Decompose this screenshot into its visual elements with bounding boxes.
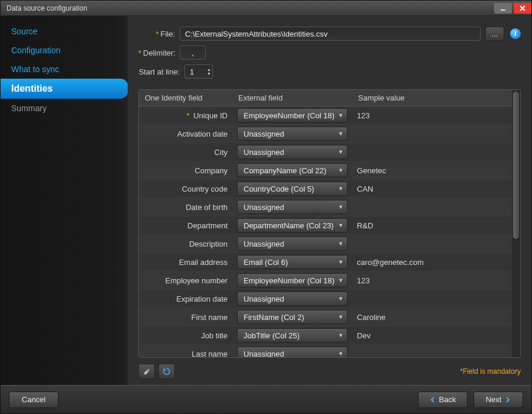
- svg-rect-0: [501, 9, 505, 11]
- identity-field-label: Date of birth: [139, 198, 232, 216]
- chevron-down-icon: ▼: [338, 186, 343, 192]
- file-row: *File: ... i: [138, 27, 521, 41]
- table-row: Job titleJobTitle (Col 25)▼Dev: [139, 326, 512, 345]
- start-at-line-spinner[interactable]: 1 ▲▼: [184, 64, 213, 79]
- table-row: Email addressEmail (Col 6)▼caro@genetec.…: [139, 253, 512, 271]
- chevron-down-icon: ▼: [338, 204, 343, 210]
- table-row: First nameFirstName (Col 2)▼Caroline: [139, 308, 512, 326]
- delimiter-input[interactable]: [180, 46, 206, 60]
- dialog-window: Data source configuration Source Configu…: [0, 0, 532, 414]
- table-row: Expiration dateUnassigned▼: [139, 290, 512, 308]
- start-at-line-label: Start at line:: [138, 67, 184, 76]
- sample-value: caro@genetec.com: [352, 253, 512, 271]
- refresh-icon: [162, 367, 171, 376]
- sidebar-item-source[interactable]: Source: [1, 22, 128, 41]
- identity-field-label: Company: [139, 161, 232, 180]
- info-icon[interactable]: i: [510, 28, 521, 39]
- dialog-footer: Cancel Back Next: [1, 385, 531, 413]
- close-icon: [519, 5, 526, 12]
- external-field-select[interactable]: JobTitle (Col 25)▼: [237, 328, 348, 342]
- refresh-button[interactable]: [158, 364, 175, 379]
- table-row: Employee numberEmployeeNumber (Col 18)▼1…: [139, 271, 512, 290]
- delimiter-row: *Delimiter:: [138, 46, 521, 60]
- sample-value: Genetec: [352, 161, 512, 180]
- identity-field-label: Expiration date: [139, 290, 232, 308]
- table-row: * Unique IDEmployeeNumber (Col 18)▼123: [139, 106, 512, 125]
- chevron-down-icon: ▼: [338, 314, 343, 320]
- chevron-down-icon: ▼: [207, 72, 211, 76]
- table-row: DescriptionUnassigned▼: [139, 235, 512, 253]
- external-field-select[interactable]: DepartmentName (Col 23)▼: [237, 218, 348, 232]
- table-row: Last nameUnassigned▼: [139, 345, 512, 358]
- chevron-down-icon: ▼: [338, 277, 343, 283]
- sample-value: CAN: [352, 180, 512, 198]
- external-field-select[interactable]: Unassigned▼: [237, 292, 348, 306]
- cancel-button[interactable]: Cancel: [9, 392, 59, 408]
- identity-field-label: City: [139, 143, 232, 161]
- clear-mapping-button[interactable]: [138, 364, 155, 379]
- main-panel: *File: ... i *Delimiter: Start at line: …: [128, 16, 531, 385]
- identity-field-label: Country code: [139, 180, 232, 198]
- external-field-select[interactable]: Unassigned▼: [237, 200, 348, 214]
- col-sample-value[interactable]: Sample value: [352, 90, 512, 106]
- sample-value: [352, 125, 512, 143]
- external-field-select[interactable]: EmployeeNumber (Col 18)▼: [237, 273, 348, 287]
- sidebar-item-summary[interactable]: Summary: [1, 99, 128, 118]
- sample-value: [352, 235, 512, 253]
- chevron-down-icon: ▼: [338, 332, 343, 338]
- table-row: Date of birthUnassigned▼: [139, 198, 512, 216]
- close-button[interactable]: [514, 3, 531, 14]
- file-input[interactable]: [180, 27, 481, 41]
- external-field-select[interactable]: Unassigned▼: [237, 127, 348, 141]
- vertical-scrollbar[interactable]: [512, 90, 520, 357]
- table-row: Activation dateUnassigned▼: [139, 125, 512, 143]
- external-field-select[interactable]: Email (Col 6)▼: [237, 255, 348, 269]
- external-field-select[interactable]: EmployeeNumber (Col 18)▼: [237, 108, 348, 122]
- identity-field-label: Email address: [139, 253, 232, 271]
- table-row: DepartmentDepartmentName (Col 23)▼R&D: [139, 216, 512, 235]
- chevron-down-icon: ▼: [338, 149, 343, 155]
- table-row: CityUnassigned▼: [139, 143, 512, 161]
- delimiter-label: *Delimiter:: [138, 48, 180, 57]
- sidebar-item-identities[interactable]: Identities: [1, 79, 128, 99]
- eraser-icon: [142, 367, 151, 376]
- grid-toolbar: *Field is mandatory: [138, 364, 521, 379]
- external-field-select[interactable]: CompanyName (Col 22)▼: [237, 163, 348, 177]
- minimize-icon: [499, 5, 507, 12]
- external-field-select[interactable]: CountryCode (Col 5)▼: [237, 182, 348, 196]
- external-field-select[interactable]: Unassigned▼: [237, 145, 348, 159]
- sidebar-item-what-to-sync[interactable]: What to sync: [1, 60, 128, 79]
- start-at-line-row: Start at line: 1 ▲▼: [138, 64, 521, 79]
- sample-value: [352, 143, 512, 161]
- identity-field-label: First name: [139, 308, 232, 326]
- sample-value: 123: [352, 271, 512, 290]
- col-external-field[interactable]: External field: [232, 90, 352, 106]
- grid-scroll[interactable]: One Identity field External field Sample…: [139, 90, 512, 357]
- wizard-sidebar: Source Configuration What to sync Identi…: [1, 16, 128, 385]
- col-identity-field[interactable]: One Identity field: [139, 90, 232, 106]
- sample-value: [352, 198, 512, 216]
- sample-value: [352, 290, 512, 308]
- chevron-down-icon: ▼: [338, 222, 343, 228]
- chevron-down-icon: ▼: [338, 296, 343, 302]
- sidebar-item-configuration[interactable]: Configuration: [1, 41, 128, 60]
- chevron-down-icon: ▼: [338, 112, 343, 118]
- back-button[interactable]: Back: [418, 392, 468, 408]
- sample-value: R&D: [352, 216, 512, 235]
- sample-value: [352, 345, 512, 358]
- scrollbar-thumb[interactable]: [513, 92, 519, 239]
- table-row: Country codeCountryCode (Col 5)▼CAN: [139, 180, 512, 198]
- external-field-select[interactable]: Unassigned▼: [237, 237, 348, 251]
- browse-button[interactable]: ...: [485, 27, 504, 41]
- chevron-down-icon: ▼: [338, 241, 343, 247]
- identity-field-label: * Unique ID: [139, 106, 232, 125]
- identity-field-label: Employee number: [139, 271, 232, 290]
- minimize-button[interactable]: [494, 3, 512, 14]
- chevron-left-icon: [430, 397, 436, 403]
- title-bar: Data source configuration: [1, 1, 531, 16]
- external-field-select[interactable]: FirstName (Col 2)▼: [237, 310, 348, 324]
- external-field-select[interactable]: Unassigned▼: [237, 347, 348, 357]
- next-button[interactable]: Next: [473, 392, 523, 408]
- chevron-down-icon: ▼: [338, 351, 343, 357]
- spinner-arrows[interactable]: ▲▼: [207, 67, 211, 76]
